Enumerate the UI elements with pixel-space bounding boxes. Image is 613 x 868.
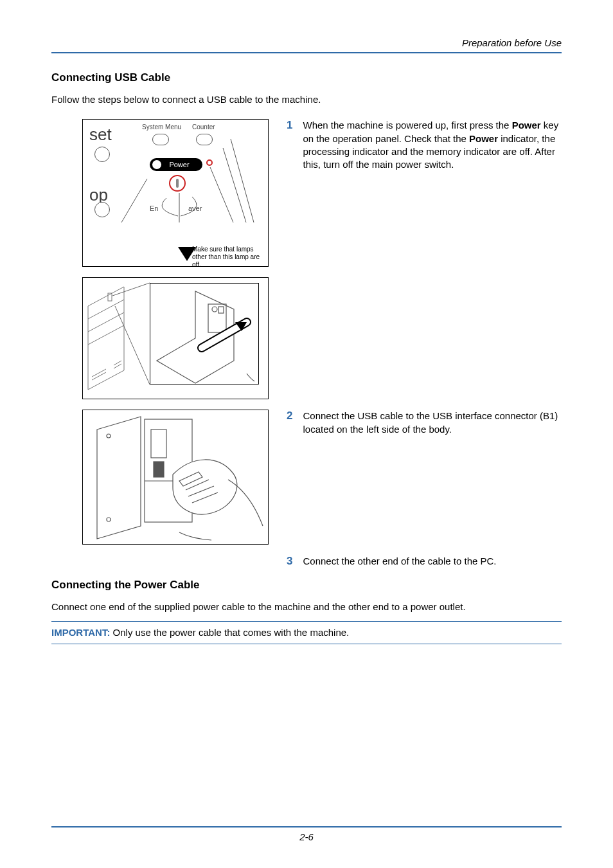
step-1-number: 1 <box>287 119 292 267</box>
power-led-icon <box>206 159 213 166</box>
step-3-text: Connect the other end of the cable to th… <box>303 555 496 568</box>
panel-text-en: En <box>150 204 158 212</box>
svg-rect-22 <box>154 462 164 477</box>
section-power-title: Connecting the Power Cable <box>51 579 562 592</box>
footer-rule <box>51 826 562 827</box>
zoom-leader-lines-icon <box>83 278 268 399</box>
running-header: Preparation before Use <box>51 37 562 48</box>
figure-power-switch <box>82 277 269 399</box>
svg-line-2 <box>210 167 233 222</box>
power-label-pill: Power <box>150 158 202 171</box>
usb-connect-illustration-icon <box>83 410 268 544</box>
panel-key-icon <box>152 134 169 145</box>
panel-text-system-menu: System Menu <box>142 123 181 131</box>
page-number: 2-6 <box>51 831 562 842</box>
svg-line-0 <box>121 179 147 222</box>
panel-callout-text: Make sure that lamps other than this lam… <box>192 246 263 266</box>
svg-line-17 <box>115 306 150 384</box>
figure-panel: set op System Menu Counter Power En aver <box>82 119 269 267</box>
section-power-intro: Connect one end of the supplied power ca… <box>51 601 562 613</box>
section-usb-title: Connecting USB Cable <box>51 71 562 84</box>
important-text: Only use the power cable that comes with… <box>110 627 349 638</box>
step-1: 1 When the machine is powered up, first … <box>287 119 562 267</box>
page-footer: 2-6 <box>51 826 562 842</box>
power-button-icon <box>169 175 186 192</box>
step-3-row: 3 Connect the other end of the cable to … <box>51 555 562 568</box>
important-lead: IMPORTANT: <box>51 627 110 638</box>
svg-line-16 <box>112 283 150 296</box>
panel-text-set: set <box>89 125 112 145</box>
svg-point-19 <box>107 518 111 521</box>
panel-round-btn-icon <box>94 202 110 217</box>
step-3: 3 Connect the other end of the cable to … <box>287 555 562 568</box>
svg-line-3 <box>223 148 246 222</box>
figure-usb-connect <box>82 410 269 545</box>
panel-key-icon <box>196 134 213 145</box>
panel-round-btn-icon <box>94 147 110 162</box>
power-label-text: Power <box>169 161 189 168</box>
important-rule-top <box>51 621 562 622</box>
step-2-row: 2 Connect the USB cable to the USB inter… <box>51 410 562 545</box>
step-1-text: When the machine is powered up, first pr… <box>303 119 562 267</box>
figure-switch-row <box>51 277 562 399</box>
step-2: 2 Connect the USB cable to the USB inter… <box>287 410 562 545</box>
panel-text-counter: Counter <box>192 123 215 131</box>
important-rule-bottom <box>51 644 562 644</box>
svg-line-4 <box>231 139 254 222</box>
step-1-row: set op System Menu Counter Power En aver <box>51 119 562 267</box>
header-rule <box>51 52 562 53</box>
panel-text-aver: aver <box>188 204 202 212</box>
step-3-number: 3 <box>287 555 292 568</box>
step-2-text: Connect the USB cable to the USB interfa… <box>303 410 562 545</box>
svg-point-18 <box>107 434 111 438</box>
important-note: IMPORTANT: Only use the power cable that… <box>51 624 562 641</box>
section-usb-intro: Follow the steps below to connect a USB … <box>51 93 562 106</box>
step-2-number: 2 <box>287 410 292 545</box>
svg-rect-21 <box>151 429 166 458</box>
